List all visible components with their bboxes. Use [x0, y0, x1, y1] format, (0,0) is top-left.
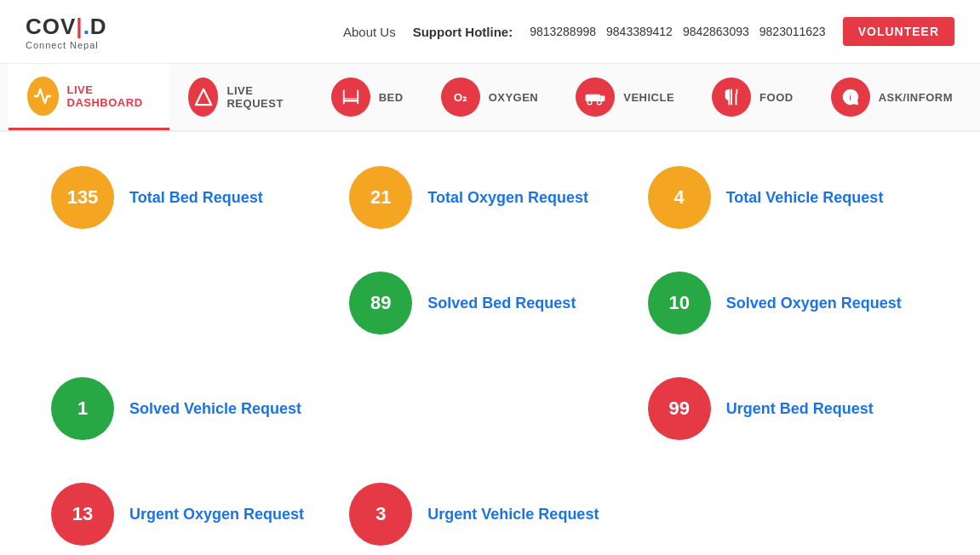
- tab-label-vehicle: VEHICLE: [623, 91, 674, 104]
- tab-label-ask-inform: ASK/INFORM: [879, 91, 953, 104]
- tab-label-bed: BED: [379, 91, 404, 104]
- stat-label-solved-vehicle: Solved Vehicle Request: [129, 400, 301, 418]
- tab-icon-oxygen: O₂: [441, 77, 480, 117]
- tabs-nav: LIVE DASHBOARD LIVE REQUEST BED O₂ OXYGE…: [0, 64, 980, 132]
- stat-solved-oxygen: 10 Solved Oxygen Request: [648, 272, 929, 335]
- stat-label-urgent-oxygen: Urgent Oxygen Request: [129, 506, 304, 524]
- logo-text: COV|.D: [26, 14, 107, 40]
- tab-vehicle[interactable]: VEHICLE: [557, 64, 693, 130]
- stat-label-total-vehicle: Total Vehicle Request: [726, 189, 884, 207]
- stat-empty-r4c3: [648, 483, 929, 546]
- stat-urgent-oxygen: 13 Urgent Oxygen Request: [51, 483, 332, 546]
- nav: About Us Support Hotline: 9813288998 984…: [343, 17, 954, 46]
- svg-point-3: [587, 100, 592, 105]
- stat-circle-urgent-oxygen: 13: [51, 483, 114, 546]
- stat-circle-total-bed: 135: [51, 166, 114, 229]
- stat-circle-urgent-vehicle: 3: [349, 483, 412, 546]
- stat-empty-r2c1: [51, 272, 332, 335]
- volunteer-button[interactable]: VOLUNTEER: [843, 17, 954, 46]
- tab-label-live-dashboard: LIVE DASHBOARD: [67, 83, 151, 109]
- tab-icon-live-request: [188, 77, 218, 117]
- stat-label-solved-oxygen: Solved Oxygen Request: [726, 295, 902, 312]
- tab-bed[interactable]: BED: [312, 64, 422, 130]
- stat-total-oxygen: 21 Total Oxygen Request: [349, 166, 630, 229]
- stat-solved-bed: 89 Solved Bed Request: [349, 272, 630, 335]
- stat-circle-urgent-bed: 99: [648, 377, 711, 440]
- tab-label-live-request: LIVE REQUEST: [226, 84, 293, 110]
- stat-circle-total-oxygen: 21: [349, 166, 412, 229]
- tab-live-dashboard[interactable]: LIVE DASHBOARD: [9, 64, 169, 130]
- phone-2: 9843389412: [606, 25, 673, 38]
- phone-4: 9823011623: [759, 25, 826, 38]
- tab-icon-food: [712, 77, 751, 117]
- stat-total-bed: 135 Total Bed Request: [51, 166, 332, 229]
- about-link[interactable]: About Us: [343, 25, 396, 39]
- stat-circle-solved-vehicle: 1: [51, 377, 114, 440]
- stat-urgent-bed: 99 Urgent Bed Request: [648, 377, 929, 440]
- svg-point-4: [598, 100, 602, 105]
- phone-numbers: 9813288998 9843389412 9842863093 9823011…: [530, 25, 826, 38]
- stat-empty-r3c2: [349, 377, 630, 440]
- tab-icon-live-dashboard: [27, 77, 59, 116]
- stat-label-total-oxygen: Total Oxygen Request: [427, 189, 588, 207]
- stat-circle-solved-oxygen: 10: [648, 272, 711, 335]
- stat-circle-total-vehicle: 4: [648, 166, 711, 229]
- tab-label-food: FOOD: [759, 91, 794, 104]
- svg-rect-2: [601, 95, 605, 101]
- stat-solved-vehicle: 1 Solved Vehicle Request: [51, 377, 332, 440]
- stat-total-vehicle: 4 Total Vehicle Request: [648, 166, 929, 229]
- stat-circle-solved-bed: 89: [349, 272, 412, 335]
- stat-urgent-vehicle: 3 Urgent Vehicle Request: [349, 483, 630, 546]
- header: COV|.D Connect Nepal About Us Support Ho…: [0, 0, 980, 64]
- tab-ask-inform[interactable]: ASK/INFORM: [812, 64, 971, 130]
- phone-1: 9813288998: [530, 25, 596, 38]
- tab-icon-vehicle: [576, 77, 615, 117]
- hotline-label: Support Hotline:: [413, 25, 513, 39]
- phone-3: 9842863093: [683, 25, 749, 38]
- stat-label-total-bed: Total Bed Request: [129, 189, 263, 207]
- tab-label-oxygen: OXYGEN: [489, 91, 539, 104]
- tab-oxygen[interactable]: O₂ OXYGEN: [422, 64, 558, 130]
- tab-icon-bed: [331, 77, 370, 117]
- stats-grid: 135 Total Bed Request 21 Total Oxygen Re…: [51, 166, 929, 546]
- stat-label-solved-bed: Solved Bed Request: [427, 295, 576, 312]
- logo: COV|.D Connect Nepal: [26, 14, 107, 50]
- tab-live-request[interactable]: LIVE REQUEST: [169, 64, 312, 130]
- tab-food[interactable]: FOOD: [693, 64, 812, 130]
- svg-marker-0: [196, 89, 211, 105]
- logo-sub: Connect Nepal: [26, 40, 107, 50]
- stat-label-urgent-bed: Urgent Bed Request: [726, 400, 874, 418]
- main-content: 135 Total Bed Request 21 Total Oxygen Re…: [0, 132, 980, 555]
- stat-label-urgent-vehicle: Urgent Vehicle Request: [427, 506, 599, 524]
- tab-icon-ask-inform: [831, 77, 870, 117]
